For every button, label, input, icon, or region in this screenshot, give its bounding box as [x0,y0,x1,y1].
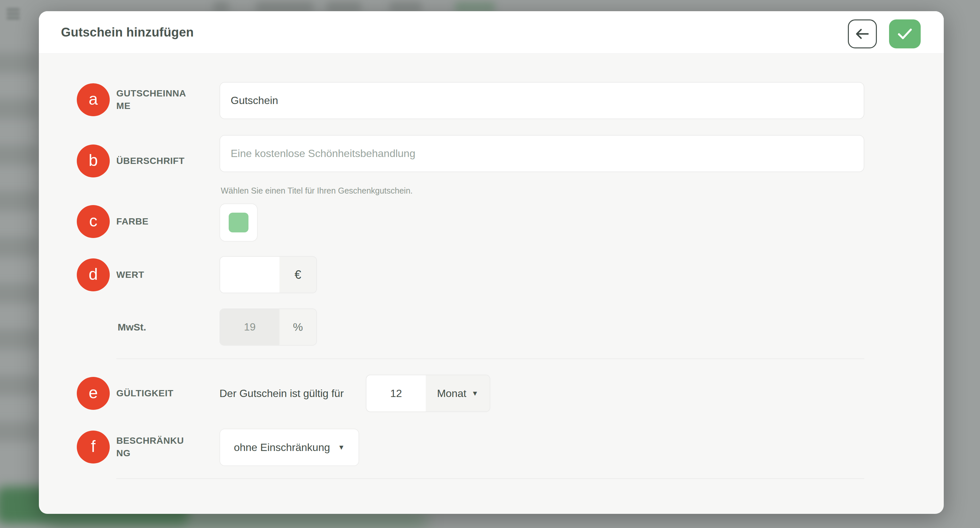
background-list-item [0,237,39,257]
add-voucher-modal: Gutschein hinzufügen a GUTSCHEINNAME b Ü… [39,11,944,514]
hint-badge-b: b [77,144,110,178]
section-divider [116,478,864,479]
hint-badge-d: d [77,258,110,291]
voucher-name-input[interactable] [220,82,864,119]
background-list-item [0,53,39,73]
validity-unit-value: Monat [437,387,466,400]
restriction-select[interactable]: ohne Einschränkung ▼ [220,428,359,466]
color-label: FARBE [116,205,187,238]
heading-input[interactable] [220,135,864,172]
validity-label: GÜLTIGKEIT [116,377,187,410]
background-list-item [0,283,39,303]
chevron-down-icon: ▼ [338,443,345,451]
hint-badge-e: e [77,377,110,410]
background-list-item [0,191,39,211]
validity-input-group: Monat ▼ [366,374,490,412]
value-input-group: € [220,256,317,293]
background-list-item [0,375,39,396]
percent-suffix: % [280,309,317,345]
restriction-label: BESCHRÄNKUNG [116,431,187,463]
hint-badge-f: f [77,431,110,463]
chevron-down-icon: ▼ [471,389,479,397]
voucher-name-label: GUTSCHEINNAME [116,83,187,116]
section-divider [116,358,864,359]
hamburger-menu-icon [6,9,20,19]
restriction-value: ohne Einschränkung [234,441,330,453]
modal-header: Gutschein hinzufügen [39,11,944,54]
validity-unit-select[interactable]: Monat ▼ [426,375,490,411]
background-list-item [0,145,39,165]
arrow-left-icon [855,26,870,41]
hint-badge-c: c [77,205,110,238]
color-picker[interactable] [220,203,258,242]
value-input[interactable] [220,257,280,293]
validity-duration-input[interactable] [366,375,426,411]
vat-input [220,309,280,345]
background-green-glow [49,512,428,528]
modal-title: Gutschein hinzufügen [61,11,194,54]
confirm-button[interactable] [889,19,921,48]
vat-input-group: % [220,308,317,346]
background-list-item [0,421,39,442]
background-list-item [0,99,39,119]
vat-label: MwSt. [118,308,146,346]
background-list-item [0,329,39,350]
euro-suffix: € [280,257,317,293]
hint-badge-a: a [77,83,110,116]
color-swatch [229,212,248,232]
heading-helper-text: Wählen Sie einen Titel für Ihren Geschen… [221,186,412,195]
check-icon [897,27,913,41]
back-button[interactable] [848,19,877,48]
value-label: WERT [116,258,187,291]
validity-text: Der Gutschein ist gültig für [220,374,344,412]
heading-label: ÜBERSCHRIFT [116,144,187,178]
